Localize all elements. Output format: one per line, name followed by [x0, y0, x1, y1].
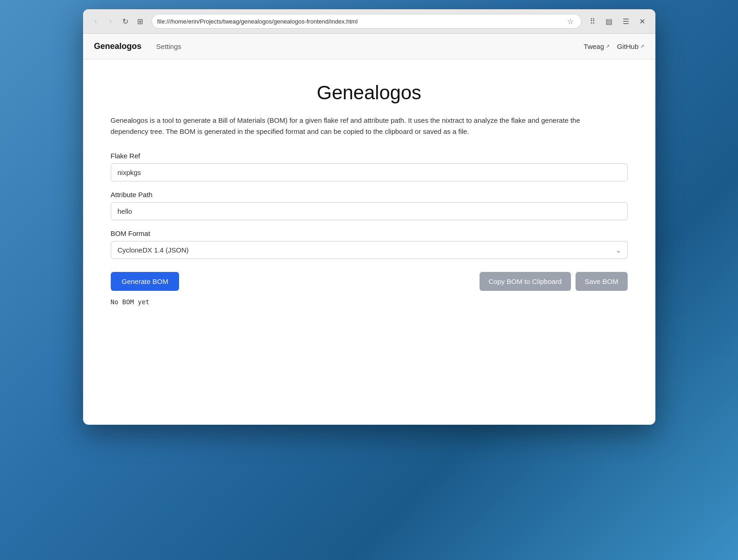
- forward-button[interactable]: ›: [104, 15, 117, 28]
- address-bar[interactable]: [157, 18, 565, 25]
- app-navbar-right: Tweag ↗ GitHub ↗: [584, 42, 644, 50]
- browser-window: ‹ › ↻ ⊞ ☆ ⠿ ▤ ☰ ✕ Genealogos Settings Tw…: [83, 9, 655, 425]
- generate-bom-button[interactable]: Generate BOM: [111, 272, 180, 291]
- right-actions: Copy BOM to Clipboard Save BOM: [480, 272, 628, 291]
- settings-nav-link[interactable]: Settings: [153, 40, 185, 53]
- no-bom-text: No BOM yet: [111, 298, 628, 306]
- bom-format-label: BOM Format: [111, 229, 628, 237]
- flake-ref-label: Flake Ref: [111, 152, 628, 160]
- bom-format-select[interactable]: CycloneDX 1.4 (JSON) CycloneDX 1.4 (XML)…: [111, 241, 628, 259]
- back-button[interactable]: ‹: [90, 15, 102, 28]
- page-description: Genealogos is a tool to generate a Bill …: [111, 115, 618, 137]
- apps-button[interactable]: ⠿: [586, 15, 599, 28]
- nav-buttons: ‹ › ↻ ⊞: [90, 15, 147, 28]
- external-link-icon: ↗: [606, 43, 610, 49]
- tweag-link[interactable]: Tweag ↗: [584, 42, 610, 50]
- browser-chrome: ‹ › ↻ ⊞ ☆ ⠿ ▤ ☰ ✕: [83, 9, 655, 34]
- new-tab-button[interactable]: ⊞: [134, 15, 147, 28]
- reload-button[interactable]: ↻: [119, 15, 132, 28]
- close-button[interactable]: ✕: [636, 15, 649, 28]
- copy-bom-button[interactable]: Copy BOM to Clipboard: [480, 272, 571, 291]
- library-button[interactable]: ▤: [603, 15, 616, 28]
- bom-format-select-wrapper: CycloneDX 1.4 (JSON) CycloneDX 1.4 (XML)…: [111, 241, 628, 259]
- actions-row: Generate BOM Copy BOM to Clipboard Save …: [111, 272, 628, 291]
- save-bom-button[interactable]: Save BOM: [576, 272, 628, 291]
- app-navbar: Genealogos Settings Tweag ↗ GitHub ↗: [83, 34, 655, 60]
- main-content: Genealogos Genealogos is a tool to gener…: [83, 60, 655, 425]
- bookmark-button[interactable]: ☆: [565, 17, 576, 26]
- flake-ref-input[interactable]: [111, 163, 628, 181]
- browser-toolbar-right: ⠿ ▤ ☰ ✕: [586, 15, 649, 28]
- attribute-path-input[interactable]: [111, 202, 628, 220]
- github-link[interactable]: GitHub ↗: [617, 42, 644, 50]
- external-link-icon-2: ↗: [640, 43, 644, 49]
- menu-button[interactable]: ☰: [619, 15, 632, 28]
- flake-ref-section: Flake Ref: [111, 152, 628, 181]
- page-title: Genealogos: [111, 82, 628, 104]
- attribute-path-section: Attribute Path: [111, 191, 628, 220]
- address-bar-container: ☆: [151, 14, 582, 29]
- app-logo: Genealogos: [94, 42, 142, 51]
- bom-format-section: BOM Format CycloneDX 1.4 (JSON) CycloneD…: [111, 229, 628, 259]
- attribute-path-label: Attribute Path: [111, 191, 628, 199]
